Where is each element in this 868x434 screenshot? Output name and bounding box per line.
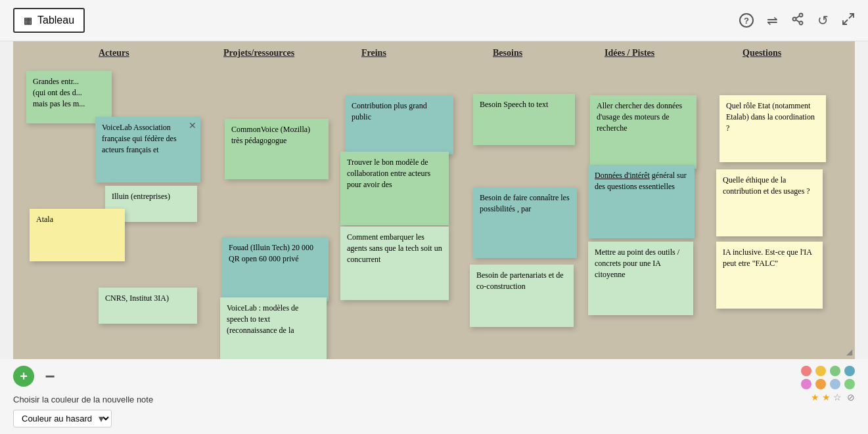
color-dot-orange[interactable] <box>815 379 826 389</box>
sticky-note[interactable]: CommonVoice (Mozilla) très pédagogogue <box>225 119 329 179</box>
sticky-note[interactable]: CNRS, Institut 3IA) <box>99 288 197 324</box>
sticky-note[interactable]: Trouver le bon modèle de collaboration e… <box>340 152 449 225</box>
color-dots-row-1 <box>801 366 855 376</box>
bottom-right: ★ ★ ☆ ⊘ <box>801 366 855 402</box>
sticky-note[interactable]: Grandes entr...(qui ont des d...mais pas… <box>26 71 112 123</box>
resize-handle[interactable]: ◢ <box>846 347 852 357</box>
sticky-note[interactable]: Mettre au point des outils / concrets po… <box>588 242 693 315</box>
history-button[interactable]: ↺ <box>817 12 829 28</box>
sticky-note[interactable]: Contribution plus grand public <box>345 95 453 154</box>
sticky-note[interactable]: Besoin de partenariats et de co-construc… <box>470 265 574 327</box>
svg-line-4 <box>796 20 800 22</box>
zoom-minus-button[interactable]: − <box>39 366 60 387</box>
color-dot-lightblue[interactable] <box>830 379 840 389</box>
swap-icon: ⇌ <box>767 12 778 28</box>
zoom-add-button[interactable]: + <box>13 366 34 387</box>
svg-point-0 <box>800 13 803 16</box>
svg-point-2 <box>793 17 796 20</box>
app-container: ▦ Tableau ? ⇌ <box>0 0 868 434</box>
column-header-projets: Projets/ressources <box>223 48 294 58</box>
sticky-note[interactable]: Comment embarquer les agents sans que la… <box>340 227 449 300</box>
star-2[interactable]: ★ <box>822 392 831 402</box>
disable-icon[interactable]: ⊘ <box>847 392 855 402</box>
svg-line-3 <box>796 16 800 18</box>
tableau-label: Tableau <box>37 14 74 26</box>
bottom-bar: + − Choisir la couleur de la nouvelle no… <box>0 359 868 434</box>
board-area[interactable]: Acteurs Projets/ressources Freins Besoin… <box>13 41 855 359</box>
sticky-note[interactable]: Besoin de faire connaître les possibilit… <box>473 187 577 258</box>
color-label: Choisir la couleur de la nouvelle note <box>13 395 153 404</box>
color-dot-yellow[interactable] <box>815 366 826 376</box>
plus-icon: + <box>20 369 28 384</box>
star-1[interactable]: ★ <box>811 392 819 402</box>
sticky-note[interactable]: Fouad (Illuin Tech) 20 000 QR open 60 00… <box>222 237 329 301</box>
svg-line-6 <box>843 20 848 24</box>
color-dots-row-2 <box>801 379 855 389</box>
column-header-besoins: Besoins <box>493 48 522 58</box>
tableau-icon: ▦ <box>24 15 32 26</box>
close-icon[interactable]: ✕ <box>189 119 196 133</box>
toolbar: ▦ Tableau ? ⇌ <box>0 0 868 41</box>
share-icon <box>791 12 804 29</box>
sticky-note[interactable]: VoiceLab : modèles de speech to text (re… <box>220 297 327 359</box>
toolbar-left: ▦ Tableau <box>13 8 85 33</box>
toolbar-right: ? ⇌ ↺ <box>739 12 855 29</box>
sticky-note[interactable]: Quelle éthique de la contribution et des… <box>716 169 823 236</box>
expand-icon <box>842 12 855 29</box>
column-header-idees: Idées / Pistes <box>605 48 654 58</box>
color-dot-blue[interactable] <box>844 366 855 376</box>
share-button[interactable] <box>791 12 804 29</box>
svg-line-5 <box>849 14 854 18</box>
sticky-note[interactable]: Besoin Speech to text <box>473 94 575 145</box>
swap-button[interactable]: ⇌ <box>767 12 778 28</box>
bottom-left: + − Choisir la couleur de la nouvelle no… <box>13 366 153 427</box>
star-3[interactable]: ☆ <box>833 392 842 402</box>
color-dot-purple[interactable] <box>801 379 811 389</box>
color-input-row: Couleur au hasard ▾ <box>13 410 153 427</box>
minus-icon: − <box>45 368 55 385</box>
sticky-note[interactable]: Atala <box>30 209 125 261</box>
sticky-note[interactable]: IA inclusive. Est-ce que l'IA peut etre … <box>716 242 823 309</box>
color-dot-red[interactable] <box>801 366 811 376</box>
color-dot-lightgreen[interactable] <box>844 379 855 389</box>
column-header-acteurs: Acteurs <box>99 48 129 58</box>
sticky-note[interactable]: Quel rôle Etat (notamment Etalab) dans l… <box>720 95 826 162</box>
expand-button[interactable] <box>842 12 855 29</box>
color-dot-green[interactable] <box>830 366 840 376</box>
zoom-controls: + − <box>13 366 153 387</box>
column-header-freins: Freins <box>361 48 386 58</box>
color-select[interactable]: Couleur au hasard <box>13 410 112 427</box>
help-button[interactable]: ? <box>739 13 754 28</box>
star-row: ★ ★ ☆ ⊘ <box>811 392 855 402</box>
help-icon: ? <box>739 13 754 28</box>
sticky-note[interactable]: ✕ VoiceLab Association française qui féd… <box>95 117 200 183</box>
column-header-questions: Questions <box>742 48 781 58</box>
history-icon: ↺ <box>817 12 829 28</box>
svg-point-1 <box>800 21 803 24</box>
sticky-note[interactable]: Données d'intérêt général sur des questi… <box>588 165 695 238</box>
tableau-button[interactable]: ▦ Tableau <box>13 8 85 33</box>
sticky-note[interactable]: Aller chercher des données d'usage des m… <box>590 95 697 169</box>
